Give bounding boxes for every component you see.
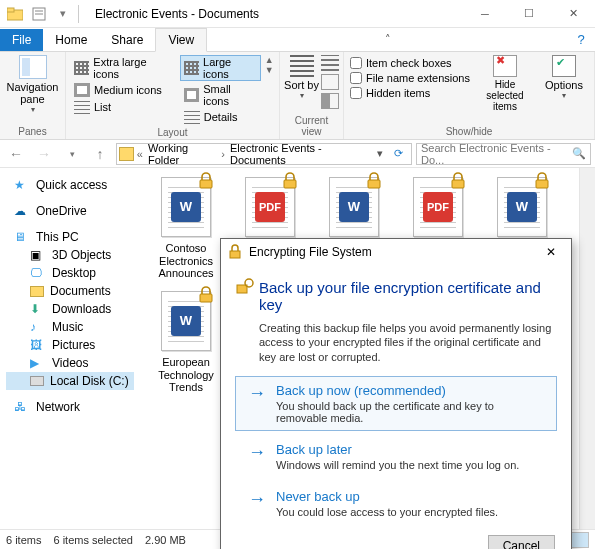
cancel-button[interactable]: Cancel — [488, 535, 555, 549]
download-icon: ⬇ — [30, 302, 46, 316]
star-icon: ★ — [14, 178, 30, 192]
large-icon — [184, 61, 199, 75]
lock-icon — [197, 172, 215, 190]
checkbox-itemcheck[interactable] — [350, 57, 362, 69]
options-label: Options — [545, 79, 583, 91]
cube-icon: ▣ — [30, 248, 46, 262]
file-icon: W — [155, 174, 217, 240]
breadcrumb-seg2[interactable]: Electronic Events - Documents — [226, 142, 372, 166]
hide-icon: ✖ — [493, 55, 517, 77]
hidden-items-toggle[interactable]: Hidden items — [350, 87, 470, 99]
sidebar-documents[interactable]: Documents — [6, 282, 134, 300]
file-item[interactable]: WEuropean Technology Trends — [146, 288, 226, 394]
add-columns-icon[interactable] — [321, 74, 339, 90]
dialog-close-button[interactable]: ✕ — [537, 245, 565, 259]
pc-icon: 🖥 — [14, 230, 30, 244]
refresh-button[interactable]: ⟳ — [389, 147, 409, 160]
file-name-ext-toggle[interactable]: File name extensions — [350, 72, 470, 84]
layout-extra-large-icons[interactable]: Extra large icons — [70, 55, 176, 81]
chevron-icon[interactable]: « — [136, 148, 144, 160]
tab-view[interactable]: View — [155, 28, 207, 52]
layout-list[interactable]: List — [70, 99, 176, 115]
sidebar-onedrive[interactable]: ☁OneDrive — [6, 202, 134, 220]
sidebar-local-disk[interactable]: Local Disk (C:) — [6, 372, 134, 390]
arrow-icon: → — [248, 383, 266, 424]
recent-dropdown[interactable]: ▾ — [60, 143, 84, 165]
checkbox-ext[interactable] — [350, 72, 362, 84]
qat-dropdown-icon[interactable]: ▾ — [52, 4, 74, 24]
navpane-label: Navigation pane — [4, 81, 61, 105]
up-button[interactable]: ↑ — [88, 143, 112, 165]
option-backup-later[interactable]: → Back up laterWindows will remind you t… — [235, 435, 557, 478]
options-button[interactable]: Options ▾ — [541, 55, 587, 100]
disk-icon — [30, 376, 44, 386]
status-size: 2.90 MB — [145, 534, 186, 546]
tab-share[interactable]: Share — [99, 29, 155, 51]
sidebar-music[interactable]: ♪Music — [6, 318, 134, 336]
maximize-button[interactable]: ☐ — [507, 0, 551, 28]
sidebar-this-pc[interactable]: 🖥This PC — [6, 228, 134, 246]
item-check-boxes-toggle[interactable]: Item check boxes — [350, 57, 470, 69]
lock-icon — [365, 172, 383, 190]
sidebar-desktop[interactable]: 🖵Desktop — [6, 264, 134, 282]
forward-button[interactable]: → — [32, 143, 56, 165]
hide-selected-button[interactable]: ✖ Hide selected items — [478, 55, 532, 112]
sort-icon — [290, 55, 314, 77]
dialog-heading: Back up your file encryption certificate… — [259, 279, 557, 313]
checkbox-hidden[interactable] — [350, 87, 362, 99]
svg-point-13 — [245, 279, 253, 287]
layout-scroll[interactable]: ▲▼ — [263, 55, 275, 75]
status-item-count: 6 items — [6, 534, 41, 546]
layout-small-icons[interactable]: Small icons — [180, 82, 262, 108]
sidebar-3d-objects[interactable]: ▣3D Objects — [6, 246, 134, 264]
svg-rect-7 — [368, 180, 380, 188]
vertical-scrollbar[interactable] — [579, 168, 595, 529]
view-large-button[interactable] — [569, 532, 589, 548]
group-by-icon[interactable] — [321, 55, 339, 71]
efs-dialog: Encrypting File System ✕ Back up your fi… — [220, 238, 572, 549]
word-badge-icon: W — [507, 192, 537, 222]
tab-file[interactable]: File — [0, 29, 43, 51]
back-button[interactable]: ← — [4, 143, 28, 165]
minimize-button[interactable]: ─ — [463, 0, 507, 28]
sidebar-network[interactable]: 🖧Network — [6, 398, 134, 416]
small-icon — [184, 88, 199, 102]
close-button[interactable]: ✕ — [551, 0, 595, 28]
search-input[interactable]: Search Electronic Events - Do... 🔍 — [416, 143, 591, 165]
ribbon: Navigation pane ▾ Panes Extra large icon… — [0, 52, 595, 140]
address-bar[interactable]: « Working Folder › Electronic Events - D… — [116, 143, 412, 165]
layout-medium-icons[interactable]: Medium icons — [70, 82, 176, 98]
breadcrumb-seg1[interactable]: Working Folder — [144, 142, 220, 166]
sidebar-quick-access[interactable]: ★Quick access — [6, 176, 134, 194]
layout-large-icons[interactable]: Large icons — [180, 55, 262, 81]
folder-icon[interactable] — [4, 4, 26, 24]
svg-rect-8 — [452, 180, 464, 188]
sidebar-pictures[interactable]: 🖼Pictures — [6, 336, 134, 354]
properties-icon[interactable] — [28, 4, 50, 24]
dialog-titlebar[interactable]: Encrypting File System ✕ — [221, 239, 571, 265]
file-item[interactable]: WContoso Electronics Announces Electroni… — [146, 174, 226, 282]
sort-by-button[interactable]: Sort by ▾ — [284, 55, 319, 100]
lock-icon — [197, 286, 215, 304]
tab-home[interactable]: Home — [43, 29, 99, 51]
medium-icon — [74, 83, 90, 97]
size-columns-icon[interactable] — [321, 93, 339, 109]
option-never-backup[interactable]: → Never back upYou could lose access to … — [235, 482, 557, 525]
sidebar-downloads[interactable]: ⬇Downloads — [6, 300, 134, 318]
arrow-icon: → — [248, 489, 266, 518]
sidebar-videos[interactable]: ▶Videos — [6, 354, 134, 372]
window-title: Electronic Events - Documents — [95, 7, 463, 21]
opt2-title: Back up later — [276, 442, 519, 457]
folder-icon — [119, 147, 134, 161]
ribbon-tabs: File Home Share View ˄ ? — [0, 28, 595, 52]
svg-rect-5 — [200, 180, 212, 188]
layout-details[interactable]: Details — [180, 109, 262, 125]
status-selected: 6 items selected — [53, 534, 132, 546]
option-backup-now[interactable]: → Back up now (recommended)You should ba… — [235, 376, 557, 431]
details-icon — [184, 110, 200, 124]
address-row: ← → ▾ ↑ « Working Folder › Electronic Ev… — [0, 140, 595, 168]
address-dropdown[interactable]: ▾ — [372, 147, 389, 160]
ribbon-collapse-icon[interactable]: ˄ — [385, 33, 395, 46]
help-icon[interactable]: ? — [573, 32, 589, 48]
navigation-pane-button[interactable]: Navigation pane ▾ — [4, 55, 61, 114]
